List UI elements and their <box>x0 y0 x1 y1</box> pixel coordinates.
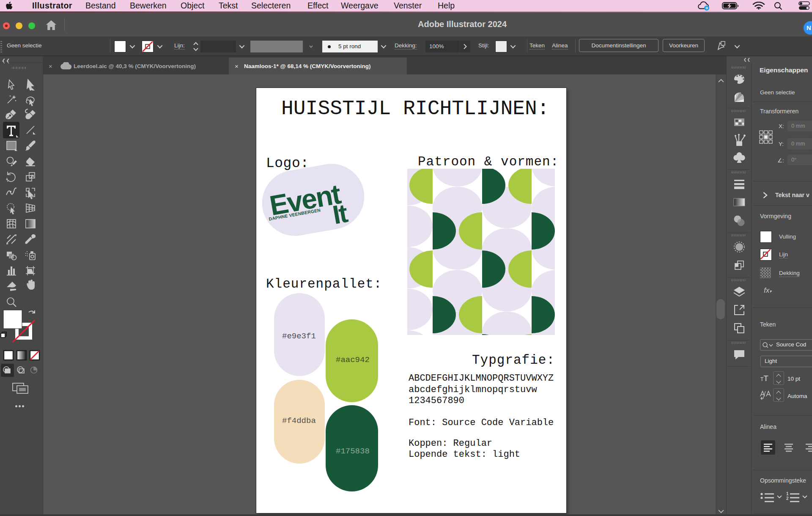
svg-text:2: 2 <box>786 496 789 501</box>
svg-text:1: 1 <box>786 491 789 496</box>
